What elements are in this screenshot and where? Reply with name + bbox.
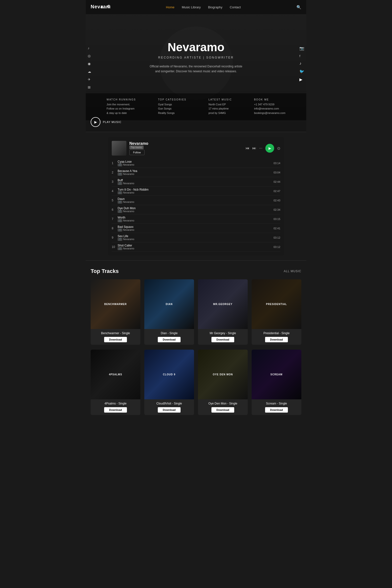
spotify-icon[interactable]: ◎ [88, 54, 92, 58]
track-number: 2 [112, 171, 118, 174]
twitter-icon[interactable]: 🐦 [300, 69, 304, 74]
all-music-link[interactable]: ALL MUSIC [284, 270, 301, 273]
telegram-icon[interactable]: ✈ [88, 78, 92, 82]
facebook-icon[interactable]: f [300, 54, 304, 58]
track-artist: 🎵Nevaramo [118, 164, 274, 166]
track-title: Cyaa Lose [118, 160, 274, 164]
track-number: 6 [112, 208, 118, 212]
hero-title: Nevaramo [147, 40, 245, 54]
latest-music-value: North Coot EP17 mins playtimeprod by S4M… [208, 102, 232, 116]
more-icon[interactable]: ··· [259, 146, 262, 150]
download-button-cloud9[interactable]: Download [158, 407, 180, 412]
track-title: Buff [118, 178, 274, 182]
track-artist: 🎵Nevaramo [118, 182, 274, 185]
spotify-track-row[interactable]: 4 Turn It On - Ncb Riddim 🎵Nevaramo 02:4… [112, 186, 280, 196]
soundcloud-icon[interactable]: ◉ [88, 62, 92, 66]
track-card-title: 4Psalms - Single [92, 402, 138, 405]
nav-music-library[interactable]: Music Library [182, 6, 201, 9]
track-number: 4 [112, 190, 118, 193]
spotify-badge: Top tracks [129, 146, 148, 149]
track-info: Cyaa Lose 🎵Nevaramo [118, 160, 274, 166]
track-info: Shot Caller 🎵Nevaramo [118, 244, 274, 250]
play-button[interactable]: ▶ [91, 117, 100, 127]
track-card: OYE DEN MON Oye Den Mon - Single Downloa… [198, 350, 248, 415]
track-number: 8 [112, 226, 118, 230]
track-duration: 03:15 [274, 218, 280, 220]
spotify-track-row[interactable]: 7 Worth 🎵Nevaramo 03:15 [112, 214, 280, 224]
track-card-title: Benchwarmer - Single [92, 332, 138, 335]
track-card: BENCHWARMER Benchwarmer - Single Downloa… [91, 279, 140, 345]
track-number: 1 [112, 162, 118, 165]
track-card: CLOUD 9 Cloud9Visit - Single Download [144, 350, 194, 415]
spotify-header: Nevaramo Top tracks Follow ⏮ ⏭ ··· ▶ ⊙ [112, 141, 280, 156]
grid-icon[interactable]: ⊞ [88, 85, 92, 90]
download-button-mrgeorgey[interactable]: Download [212, 337, 234, 342]
skip-next-icon[interactable]: ⏭ [252, 146, 256, 150]
spotify-track-row[interactable]: 6 Dye Duh Mon 🎵Nevaramo 02:34 [112, 205, 280, 214]
spotify-track-row[interactable]: 5 Daun 🎵Nevaramo 02:43 [112, 196, 280, 205]
spotify-track-row[interactable]: 1 Cyaa Lose 🎵Nevaramo 03:14 [112, 158, 280, 168]
watch-runnings-label: WATCH RUNNINGS [106, 98, 136, 101]
track-card-title: Cloud9Visit - Single [146, 402, 192, 405]
hero-subtitle: RECORDING ARTISTE | SONGWRITER [147, 56, 245, 59]
track-card-title: Mr Georgey - Single [200, 332, 246, 335]
download-button-oyeden[interactable]: Download [212, 407, 234, 412]
track-album-art: DIAN [144, 279, 194, 329]
track-album-art: BENCHWARMER [91, 279, 140, 329]
download-button-presidential[interactable]: Download [265, 337, 288, 342]
spotify-text-info: Nevaramo Top tracks Follow [129, 141, 148, 155]
track-duration: 02:43 [274, 199, 280, 202]
hero-content: Nevaramo RECORDING ARTISTE | SONGWRITER … [142, 26, 250, 83]
track-album-art: MR.GEORGEY [198, 279, 248, 329]
spotify-follow-button[interactable]: Follow [129, 150, 144, 155]
download-button-benchwarmer[interactable]: Download [104, 337, 127, 342]
track-album-art: CLOUD 9 [144, 350, 194, 399]
top-categories-value: Gyal SongsGun SongsReality Songs [158, 102, 186, 116]
download-button-scream[interactable]: Download [265, 407, 288, 412]
track-card-info: Mr Georgey - Single Download [198, 329, 248, 345]
instagram-icon[interactable]: 📷 [300, 46, 304, 51]
track-artist: 🎵Nevaramo [118, 228, 274, 231]
track-card-info: Scream - Single Download [252, 399, 301, 415]
nav-home[interactable]: Home [166, 6, 174, 9]
nav-biography[interactable]: Biography [208, 6, 222, 9]
track-card: MR.GEORGEY Mr Georgey - Single Download [198, 279, 248, 345]
play-section: ▶ PLAY MUSIC [91, 117, 122, 127]
spotify-play-button[interactable]: ▶ [265, 144, 274, 153]
play-label: PLAY MUSIC [103, 120, 122, 124]
hero-book-me: BOOK ME +1 347 479 9159info@nevaramo.com… [254, 98, 286, 116]
skip-prev-icon[interactable]: ⏮ [246, 146, 250, 150]
track-duration: 03:04 [274, 171, 280, 174]
tracks-grid-row1: BENCHWARMER Benchwarmer - Single Downloa… [91, 279, 301, 345]
spotify-track-row[interactable]: 3 Buff 🎵Nevaramo 02:44 [112, 177, 280, 186]
nav-contact[interactable]: Contact [230, 6, 241, 9]
cloud-icon[interactable]: ☁ [88, 70, 92, 74]
youtube-icon[interactable]: ▶ [300, 77, 304, 82]
spotify-track-row[interactable]: 10 Shot Caller 🎵Nevaramo 03:12 [112, 242, 280, 252]
track-card: DIAN Dian - Single Download [144, 279, 194, 345]
tiktok-icon[interactable]: ♪ [300, 61, 304, 66]
track-title: Worth [118, 216, 274, 219]
track-duration: 02:44 [274, 180, 280, 183]
album-art-text: MR.GEORGEY [211, 300, 235, 308]
top-tracks-section: Top Tracks ALL MUSIC BENCHWARMER Benchwa… [86, 261, 306, 427]
track-card-info: Benchwarmer - Single Download [91, 329, 140, 345]
track-title: Daun [118, 197, 274, 201]
track-card-info: Cloud9Visit - Single Download [144, 399, 194, 415]
track-album-art: SCREAM [252, 350, 301, 399]
navbar: Neva ram O Home Music Library Biography … [86, 0, 306, 14]
download-button-dian[interactable]: Download [158, 337, 180, 342]
download-button-4psalms[interactable]: Download [104, 407, 127, 412]
site-logo[interactable]: Neva ram O [91, 3, 110, 11]
track-info: Buff 🎵Nevaramo [118, 178, 274, 185]
music-icon[interactable]: ♪ [88, 46, 92, 50]
album-art-text: OYE DEN MON [210, 371, 235, 378]
spotify-track-list: 1 Cyaa Lose 🎵Nevaramo 03:14 2 Because A … [112, 158, 280, 252]
search-icon[interactable]: 🔍 [296, 5, 301, 10]
spotify-track-row[interactable]: 9 Sex Life 🎵Nevaramo 03:12 [112, 233, 280, 242]
spotify-track-row[interactable]: 8 Bad Squaxx 🎵Nevaramo 02:41 [112, 224, 280, 233]
spotify-track-row[interactable]: 2 Because A Yea 🎵Nevaramo 03:04 [112, 168, 280, 177]
book-me-value: +1 347 479 9159info@nevaramo.combookings… [254, 102, 286, 116]
album-art-text: PRESIDENTIAL [264, 300, 289, 308]
track-artist: 🎵Nevaramo [118, 219, 274, 222]
